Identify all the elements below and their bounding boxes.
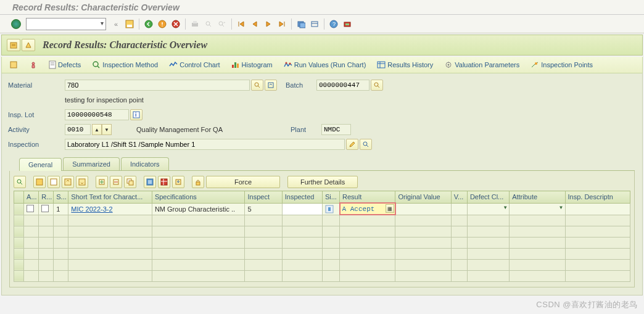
row-selector[interactable] xyxy=(14,203,24,215)
material-field[interactable] xyxy=(65,80,250,91)
col-defect[interactable]: Defect Cl... xyxy=(467,191,509,204)
insp-lot-info-icon[interactable]: i xyxy=(130,109,142,120)
table-row[interactable] xyxy=(14,248,630,259)
tab-general[interactable]: General xyxy=(19,158,62,171)
col-inspect[interactable]: Inspect xyxy=(245,191,282,204)
cancel-button[interactable] xyxy=(170,18,182,30)
gt-lock-icon[interactable] xyxy=(192,176,204,188)
gt-details-icon[interactable] xyxy=(144,176,156,188)
cell-orig-val[interactable] xyxy=(395,203,451,215)
gt-deselect-icon[interactable] xyxy=(47,176,60,188)
table-row[interactable]: 1 MIC 2022-3-2 NM Group Characteristic .… xyxy=(14,203,630,215)
gt-layout-icon[interactable] xyxy=(158,176,170,188)
col-s[interactable]: S... xyxy=(54,191,68,204)
tab-summarized[interactable]: Summarized xyxy=(63,157,120,170)
results-history-button[interactable]: Results History xyxy=(374,60,436,70)
find-icon[interactable] xyxy=(202,18,215,30)
col-orig-val[interactable]: Original Value xyxy=(395,191,451,204)
valuation-parameters-button[interactable]: Valuation Parameters xyxy=(442,60,522,70)
find-next-icon[interactable]: + xyxy=(216,18,228,30)
header-btn-1[interactable] xyxy=(7,39,20,51)
first-page-icon[interactable] xyxy=(235,18,247,30)
table-row[interactable] xyxy=(14,215,630,226)
gt-refresh-icon[interactable] xyxy=(14,176,26,188)
control-chart-button[interactable]: Control Chart xyxy=(167,60,222,70)
chevron-down-icon[interactable]: ▼ xyxy=(503,205,508,210)
cell-insp-desc[interactable] xyxy=(565,203,630,215)
tb-btn-1[interactable] xyxy=(7,59,20,70)
table-row[interactable] xyxy=(14,259,630,270)
gt-copy-icon[interactable] xyxy=(124,176,136,188)
command-field[interactable] xyxy=(26,18,106,30)
ok-button[interactable] xyxy=(10,18,22,30)
prev-page-icon[interactable] xyxy=(249,18,261,30)
inspection-field[interactable] xyxy=(65,139,345,150)
gt-export-icon[interactable] xyxy=(172,176,184,188)
col-short-text[interactable]: Short Text for Charact... xyxy=(68,191,152,204)
cell-inspect[interactable]: 5 xyxy=(245,203,282,215)
chevron-down-icon[interactable]: ▼ xyxy=(559,205,564,210)
result-dropdown-icon[interactable]: ▦ xyxy=(386,204,394,213)
help-icon[interactable]: ? xyxy=(328,18,340,30)
cell-si[interactable] xyxy=(322,203,339,215)
col-insp-desc[interactable]: Insp. Descriptn xyxy=(565,191,630,204)
cell-v[interactable] xyxy=(451,203,467,215)
table-row[interactable] xyxy=(14,226,630,237)
new-session-icon[interactable] xyxy=(295,18,307,30)
activity-up-icon[interactable]: ▲ xyxy=(92,124,102,135)
col-a[interactable]: A... xyxy=(24,191,39,204)
col-r[interactable]: R... xyxy=(39,191,54,204)
next-page-icon[interactable] xyxy=(262,18,275,30)
batch-search-icon[interactable] xyxy=(371,80,383,91)
col-select[interactable] xyxy=(14,191,24,204)
cell-a[interactable] xyxy=(24,203,39,215)
tb-btn-2[interactable] xyxy=(27,59,40,70)
run-values-button[interactable]: Run Values (Run Chart) xyxy=(281,60,369,70)
col-result[interactable]: Result xyxy=(340,191,395,204)
col-inspected[interactable]: Inspected xyxy=(282,191,322,204)
print-icon[interactable] xyxy=(189,18,201,30)
tab-indicators[interactable]: Indicators xyxy=(121,157,169,170)
insp-lot-field[interactable] xyxy=(65,109,129,120)
material-search-icon[interactable] xyxy=(251,80,263,91)
inspection-edit-icon[interactable] xyxy=(346,139,358,150)
layout-icon[interactable] xyxy=(308,18,321,30)
col-v[interactable]: V... xyxy=(451,191,467,204)
exit-button[interactable] xyxy=(156,18,168,30)
table-row[interactable] xyxy=(14,270,630,281)
inspection-points-button[interactable]: Inspection Points xyxy=(528,60,595,70)
cell-r[interactable] xyxy=(39,203,54,215)
inspection-view-icon[interactable] xyxy=(360,139,372,150)
svg-rect-53 xyxy=(36,179,43,185)
batch-field[interactable] xyxy=(316,80,369,91)
header-btn-2[interactable] xyxy=(22,39,35,51)
last-page-icon[interactable] xyxy=(276,18,288,30)
gt-insert-icon[interactable] xyxy=(96,176,108,188)
gt-select-all-icon[interactable] xyxy=(33,176,46,188)
back-icon[interactable]: « xyxy=(110,18,122,30)
col-spec[interactable]: Specifications xyxy=(152,191,245,204)
material-nav-icon[interactable] xyxy=(265,80,277,91)
inspection-method-button[interactable]: Inspection Method xyxy=(89,59,160,70)
force-button[interactable]: Force xyxy=(206,176,280,188)
col-si[interactable]: Si... xyxy=(322,191,339,204)
activity-down-icon[interactable]: ▼ xyxy=(102,124,112,135)
cell-attribute[interactable]: ▼ xyxy=(510,203,565,215)
back-button[interactable] xyxy=(142,18,155,30)
cell-defect[interactable]: ▼ xyxy=(467,203,509,215)
defects-button[interactable]: Defects xyxy=(46,59,83,70)
table-row[interactable] xyxy=(14,237,630,248)
col-attribute[interactable]: Attribute xyxy=(510,191,565,204)
gt-sort-desc-icon[interactable] xyxy=(76,176,88,188)
gt-sort-asc-icon[interactable] xyxy=(62,176,74,188)
save-icon[interactable] xyxy=(123,18,136,30)
histogram-button[interactable]: Histogram xyxy=(229,60,275,70)
cell-short-text[interactable]: MIC 2022-3-2 xyxy=(68,203,152,215)
activity-field[interactable] xyxy=(65,124,91,135)
cell-inspected[interactable] xyxy=(282,203,322,215)
customize-icon[interactable] xyxy=(341,18,353,30)
further-details-button[interactable]: Further Details xyxy=(287,176,358,188)
cell-result[interactable]: ▦ xyxy=(340,203,395,215)
gt-delete-icon[interactable] xyxy=(110,176,122,188)
plant-field[interactable] xyxy=(321,124,351,135)
